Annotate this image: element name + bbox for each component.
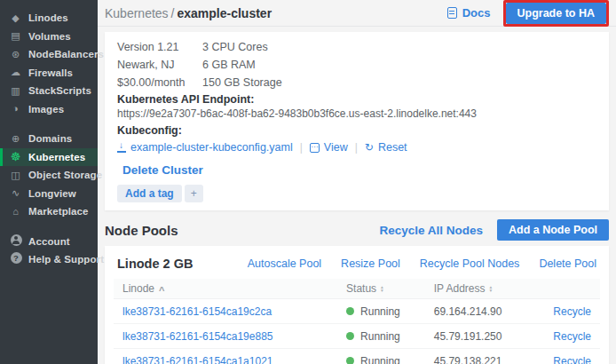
add-tag-plus-icon[interactable]: +: [185, 185, 203, 202]
breadcrumb-kubernetes[interactable]: Kubernetes: [105, 6, 169, 20]
kubeconfig-view-link[interactable]: View: [310, 141, 348, 154]
table-header-row: Linode ^ Status ▴▾ IP Ad: [114, 279, 600, 299]
kubeconfig-actions: example-cluster-kubeconfig.yaml | View |…: [117, 140, 596, 154]
domains-icon: ⊕: [9, 133, 22, 145]
sidebar-item-label: Help & Support: [28, 254, 104, 265]
kubeconfig-label: Kubeconfig:: [117, 124, 596, 138]
sidebar-item-label: Images: [28, 104, 64, 115]
pool-name: Linode 2 GB: [117, 257, 193, 271]
delete-cluster-link[interactable]: Delete Cluster: [122, 163, 203, 177]
divider: |: [355, 141, 358, 154]
images-icon: ◑: [9, 103, 22, 115]
kubeconfig-reset-link[interactable]: ↻ Reset: [365, 141, 407, 154]
stackscripts-icon: ▥: [9, 85, 22, 97]
node-pools-header: Node Pools Recycle All Nodes Add a Node …: [105, 219, 609, 241]
linodes-icon: ◆: [9, 12, 22, 24]
delete-pool-link[interactable]: Delete Pool: [539, 257, 596, 270]
upgrade-to-ha-button[interactable]: Upgrade to HA: [506, 3, 607, 24]
status-cell: Running: [346, 330, 416, 343]
status-running-icon: [346, 307, 354, 315]
sort-icon: ▴▾: [490, 285, 493, 293]
linode-link[interactable]: lke38731-62161-6154ca19c2ca: [122, 305, 272, 318]
linode-link[interactable]: lke38731-62161-6154ca19e885: [122, 330, 272, 343]
recycle-link[interactable]: Recycle: [553, 305, 591, 318]
spec-version: Version 1.21: [117, 41, 188, 53]
sidebar: ◆ Linodes ▤ Volumes ⊛ NodeBalancers ☁ Fi…: [0, 0, 98, 364]
table-row: lke38731-62161-6154ca19e885 Running 45.7…: [114, 324, 600, 349]
divider: |: [300, 141, 303, 154]
sidebar-item-object-storage[interactable]: ◫ Object Storage: [0, 166, 98, 185]
app-window: ◆ Linodes ▤ Volumes ⊛ NodeBalancers ☁ Fi…: [0, 0, 616, 364]
nodes-table: Linode ^ Status ▴▾ IP Ad: [114, 279, 600, 364]
linode-link[interactable]: lke38731-62161-6154ca1a1021: [122, 355, 272, 364]
recycle-all-nodes-link[interactable]: Recycle All Nodes: [379, 224, 483, 237]
resize-pool-link[interactable]: Resize Pool: [341, 257, 400, 270]
sidebar-section-account: Account Help & Support: [0, 233, 98, 269]
status-label: Running: [360, 355, 400, 364]
reset-label: Reset: [378, 141, 407, 154]
main-content: Kubernetes/example-cluster Docs Upgrade …: [98, 0, 616, 364]
tags-row: Add a tag +: [117, 185, 596, 202]
reset-icon: ↻: [365, 142, 374, 153]
add-a-tag-button[interactable]: Add a tag: [117, 185, 182, 202]
spec-cpu: 3 CPU Cores: [202, 41, 282, 53]
sidebar-item-label: Account: [28, 236, 70, 247]
spec-region: Newark, NJ: [117, 59, 188, 71]
recycle-link[interactable]: Recycle: [553, 330, 591, 343]
annotation-highlight: Upgrade to HA: [503, 0, 610, 27]
kubeconfig-filename: example-cluster-kubeconfig.yaml: [130, 141, 293, 154]
recycle-link[interactable]: Recycle: [553, 355, 591, 364]
view-label: View: [324, 141, 348, 154]
sidebar-item-marketplace[interactable]: ⌂ Marketplace: [0, 202, 98, 221]
sidebar-item-linodes[interactable]: ◆ Linodes: [0, 9, 98, 28]
sidebar-item-label: Linodes: [28, 12, 68, 23]
sidebar-section-compute: ◆ Linodes ▤ Volumes ⊛ NodeBalancers ☁ Fi…: [0, 9, 98, 118]
column-header-linode[interactable]: Linode ^: [114, 279, 337, 299]
add-node-pool-button[interactable]: Add a Node Pool: [497, 219, 609, 241]
pool-head: Linode 2 GB Autoscale Pool Resize Pool R…: [114, 255, 600, 271]
sidebar-item-label: StackScripts: [28, 85, 91, 96]
autoscale-pool-link[interactable]: Autoscale Pool: [248, 257, 321, 270]
sidebar-item-label: Volumes: [28, 31, 71, 42]
cluster-specs: Version 1.21 3 CPU Cores Newark, NJ 6 GB…: [117, 41, 282, 89]
sidebar-item-account[interactable]: Account: [0, 233, 98, 251]
marketplace-icon: ⌂: [9, 206, 22, 218]
sidebar-item-domains[interactable]: ⊕ Domains: [0, 130, 98, 148]
sidebar-item-help-support[interactable]: Help & Support: [0, 250, 98, 269]
column-header-actions: [532, 279, 600, 299]
breadcrumb-cluster-name: example-cluster: [178, 6, 272, 20]
nodebalancers-icon: ⊛: [9, 49, 22, 60]
view-icon: [310, 143, 320, 153]
node-pools-title: Node Pools: [105, 223, 178, 238]
status-cell: Running: [346, 305, 416, 318]
table-row: lke38731-62161-6154ca1a1021 Running 45.7…: [114, 349, 600, 364]
sidebar-item-volumes[interactable]: ▤ Volumes: [0, 28, 98, 46]
sidebar-item-nodebalancers[interactable]: ⊛ NodeBalancers: [0, 45, 98, 64]
sidebar-item-longview[interactable]: ∿ Longview: [0, 185, 98, 203]
sidebar-item-images[interactable]: ◑ Images: [0, 100, 98, 119]
pool-action-links: Autoscale Pool Resize Pool Recycle Pool …: [248, 257, 596, 270]
sidebar-item-label: Longview: [28, 188, 76, 199]
volumes-icon: ▤: [9, 30, 22, 42]
sidebar-item-kubernetes[interactable]: ☸ Kubernetes: [0, 148, 98, 167]
api-endpoint-label: Kubernetes API Endpoint:: [117, 93, 596, 107]
docs-link[interactable]: Docs: [447, 6, 491, 20]
table-row: lke38731-62161-6154ca19c2ca Running 69.1…: [114, 299, 600, 324]
page-header: Kubernetes/example-cluster Docs Upgrade …: [98, 0, 616, 27]
sidebar-item-label: Firewalls: [28, 67, 73, 78]
spec-storage: 150 GB Storage: [202, 76, 282, 89]
ip-address-cell: 69.164.214.90: [425, 299, 533, 324]
breadcrumb: Kubernetes/example-cluster: [105, 6, 272, 20]
kubeconfig-download-link[interactable]: example-cluster-kubeconfig.yaml: [117, 141, 293, 154]
ip-address-cell: 45.79.138.221: [425, 349, 533, 364]
sidebar-item-label: Domains: [28, 133, 72, 144]
column-header-ip-address[interactable]: IP Address ▴▾: [425, 279, 533, 299]
column-header-status[interactable]: Status ▴▾: [337, 279, 425, 299]
download-icon: [117, 143, 126, 153]
kubernetes-icon: ☸: [9, 151, 22, 162]
column-label: IP Address: [434, 282, 486, 295]
sidebar-item-label: Marketplace: [28, 206, 89, 217]
sidebar-item-stackscripts[interactable]: ▥ StackScripts: [0, 82, 98, 100]
recycle-pool-nodes-link[interactable]: Recycle Pool Nodes: [420, 257, 520, 270]
sidebar-item-firewalls[interactable]: ☁ Firewalls: [0, 64, 98, 83]
